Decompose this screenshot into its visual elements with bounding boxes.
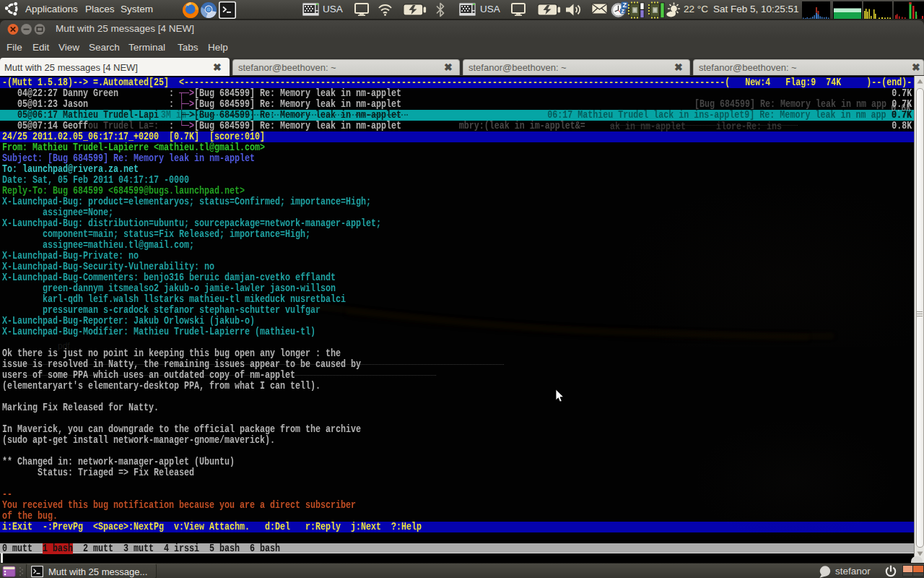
svg-text:Z: Z (622, 9, 625, 14)
